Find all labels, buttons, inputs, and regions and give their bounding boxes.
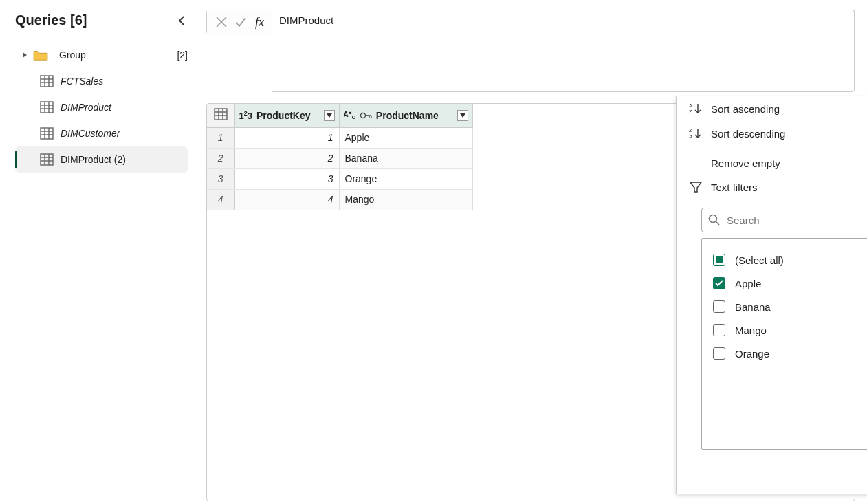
checkbox-icon	[713, 300, 725, 313]
sidebar-item-label: DIMProduct (2)	[61, 154, 126, 165]
filter-icon	[689, 180, 703, 194]
sidebar-group-count: [2]	[177, 50, 188, 61]
checkbox-icon	[713, 324, 725, 336]
queries-sidebar: Queries [6] Group [2] FCTSalesDIMProduct…	[0, 0, 199, 504]
svg-marker-0	[23, 52, 27, 58]
column-filter-dropdown-button[interactable]	[457, 110, 468, 121]
formula-input[interactable]: DIMProduct	[272, 10, 855, 92]
svg-rect-6	[41, 102, 53, 113]
table-icon	[214, 108, 228, 120]
cell-productkey[interactable]: 2	[234, 148, 339, 168]
sort-ascending-item[interactable]: A Z Sort ascending	[677, 96, 867, 121]
sort-ascending-icon: A Z	[689, 102, 703, 116]
filter-value-item[interactable]: Orange	[713, 342, 867, 365]
cancel-formula-icon[interactable]	[215, 16, 228, 28]
formula-bar: fx DIMProduct	[206, 10, 855, 34]
collapse-sidebar-icon[interactable]	[177, 15, 188, 26]
column-header-label: ProductKey	[256, 110, 311, 121]
remove-empty-item[interactable]: Remove empty	[677, 152, 867, 175]
svg-line-42	[716, 221, 719, 225]
table-icon	[40, 75, 54, 87]
cell-productkey[interactable]: 1	[234, 127, 339, 148]
svg-rect-16	[41, 154, 53, 165]
row-number[interactable]: 1	[207, 127, 234, 148]
cell-productname[interactable]: Mango	[339, 189, 472, 210]
checkbox-icon	[713, 277, 725, 289]
svg-rect-23	[215, 109, 227, 120]
filter-value-label: Orange	[735, 348, 769, 360]
filter-value-label: Mango	[735, 325, 767, 336]
sidebar-query-item[interactable]: DIMCustomer	[15, 120, 188, 146]
svg-rect-11	[41, 128, 53, 139]
key-icon	[360, 111, 372, 120]
table-corner[interactable]	[207, 104, 234, 127]
filter-value-item[interactable]: Apple	[713, 272, 867, 295]
cell-productname[interactable]: Apple	[339, 127, 472, 148]
checkbox-icon	[713, 254, 725, 266]
folder-icon	[33, 49, 48, 61]
sidebar-item-label: FCTSales	[61, 76, 103, 87]
cell-productname[interactable]: Orange	[339, 168, 472, 189]
svg-text:Z: Z	[689, 127, 692, 133]
column-header-label: ProductName	[376, 110, 439, 121]
caret-right-icon	[22, 52, 28, 58]
text-filters-item[interactable]: Text filters	[677, 175, 867, 199]
sidebar-group-label: Group	[59, 50, 86, 61]
cell-productkey[interactable]: 4	[234, 189, 339, 210]
row-number[interactable]: 3	[207, 168, 234, 189]
filter-value-label: Banana	[735, 301, 771, 313]
sidebar-query-item[interactable]: DIMProduct	[15, 94, 188, 120]
column-header-productkey[interactable]: 123 ProductKey	[234, 104, 339, 127]
svg-rect-1	[41, 76, 53, 87]
fx-icon[interactable]: fx	[255, 15, 264, 30]
cell-productkey[interactable]: 3	[234, 168, 339, 189]
svg-text:A: A	[689, 102, 693, 109]
table-icon	[40, 101, 54, 113]
main-area: fx DIMProduct 123 ProductKey	[199, 0, 867, 504]
column-filter-popup: A Z Sort ascending Z A Sort descending	[676, 96, 867, 494]
sort-descending-item[interactable]: Z A Sort descending	[677, 121, 867, 146]
svg-point-41	[710, 215, 717, 223]
column-type-icon: 123	[239, 110, 252, 121]
filter-value-label: Apple	[735, 278, 761, 289]
sidebar-item-label: DIMCustomer	[61, 128, 120, 139]
row-number[interactable]: 4	[207, 189, 234, 210]
menu-item-label: Sort ascending	[711, 103, 780, 115]
commit-formula-icon[interactable]	[234, 16, 247, 28]
svg-text:Z: Z	[689, 109, 692, 115]
row-number[interactable]: 2	[207, 148, 234, 168]
filter-search-input[interactable]	[701, 208, 867, 232]
column-type-icon: ABC	[344, 110, 355, 120]
checkbox-icon	[713, 347, 725, 360]
sort-descending-icon: Z A	[689, 127, 703, 140]
svg-point-29	[360, 113, 365, 118]
search-icon	[708, 214, 721, 226]
svg-marker-33	[460, 113, 465, 118]
filter-value-item[interactable]: Banana	[713, 295, 867, 318]
sidebar-query-item[interactable]: FCTSales	[15, 68, 188, 94]
filter-value-item[interactable]: Mango	[713, 318, 867, 342]
filter-value-item[interactable]: (Select all)	[713, 248, 867, 272]
table-icon	[40, 127, 54, 140]
sidebar-query-item[interactable]: DIMProduct (2)	[15, 146, 188, 173]
menu-item-label: Sort descending	[711, 128, 785, 140]
menu-item-label: Text filters	[711, 182, 758, 193]
menu-separator	[677, 149, 867, 149]
sidebar-item-label: DIMProduct	[61, 102, 111, 113]
queries-title: Queries [6]	[15, 12, 87, 28]
table-icon	[40, 153, 54, 166]
svg-marker-28	[327, 113, 332, 118]
column-header-productname[interactable]: ABC ProductName	[339, 104, 472, 127]
filter-values-panel: (Select all)AppleBananaMangoOrange	[701, 238, 867, 450]
cell-productname[interactable]: Banana	[339, 148, 472, 168]
svg-marker-40	[690, 182, 701, 192]
svg-text:A: A	[689, 133, 693, 140]
column-filter-dropdown-button[interactable]	[324, 110, 335, 121]
menu-item-label: Remove empty	[711, 157, 780, 169]
filter-value-label: (Select all)	[735, 254, 784, 266]
sidebar-group-item[interactable]: Group [2]	[15, 42, 188, 68]
